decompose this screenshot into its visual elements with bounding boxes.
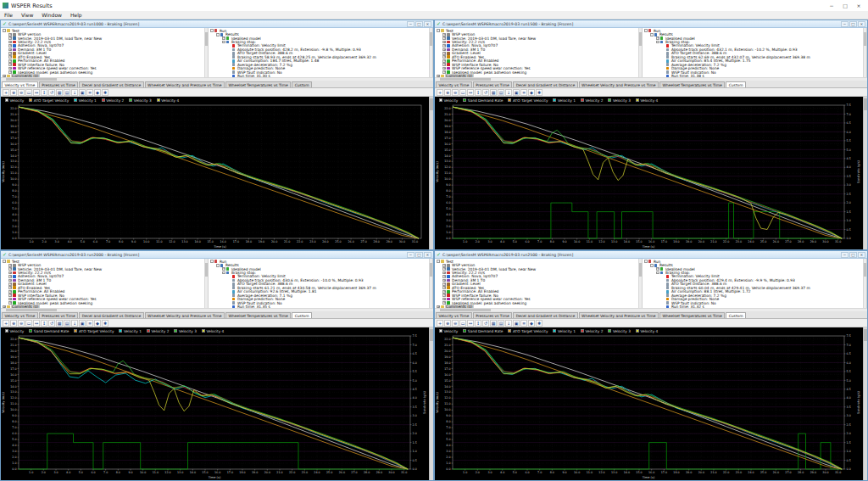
expand-icon[interactable]: + <box>8 41 12 44</box>
expand-icon[interactable]: + <box>8 48 12 52</box>
expand-icon[interactable]: + <box>8 67 12 70</box>
tab-custom[interactable]: Custom <box>726 312 746 318</box>
scrollbar-thumb[interactable] <box>639 32 642 46</box>
collapse-icon[interactable]: - <box>656 41 659 44</box>
expand-icon[interactable]: + <box>442 52 446 55</box>
child-close-button[interactable]: × <box>858 21 865 27</box>
child-minimize-button[interactable]: − <box>407 21 415 27</box>
expand-icon[interactable]: + <box>442 279 446 282</box>
expand-icon[interactable]: + <box>8 63 12 66</box>
plot-scrollbar[interactable] <box>429 327 433 480</box>
reset-zoom-icon[interactable]: ↺ <box>482 320 489 327</box>
tab-decel-and-gradient-vs-distance[interactable]: Decel and Gradient vs Distance <box>79 81 143 87</box>
child-titlebar[interactable]: ✓C:\wsper\SeriesM WSPERmacro2019-03 run1… <box>435 20 867 28</box>
scrollbar-thumb[interactable] <box>440 309 491 311</box>
tab-decel-and-gradient-vs-distance[interactable]: Decel and Gradient vs Distance <box>79 312 143 318</box>
expand-icon[interactable]: + <box>8 294 12 297</box>
expand-icon[interactable]: + <box>8 298 12 301</box>
child-titlebar[interactable]: ✓C:\wsper\SeriesM WSPERmacro2019-03 run2… <box>1 251 433 259</box>
expand-icon[interactable]: + <box>442 264 446 267</box>
expand-icon[interactable]: + <box>8 55 12 59</box>
menu-window[interactable]: Window <box>37 12 66 18</box>
scrollbar-thumb[interactable] <box>864 329 867 341</box>
zoom-x-axis-icon[interactable]: ↔ <box>467 320 474 327</box>
scrollbar-thumb[interactable] <box>430 32 432 46</box>
expand-icon[interactable]: + <box>8 44 12 48</box>
tab-wheelset-velocity-and-pressure-vs-time[interactable]: Wheelset Velocity and Pressure vs Time <box>145 81 225 87</box>
tab-wheelset-temperatures-vs-time[interactable]: Wheelset Temperatures vs Time <box>225 312 291 318</box>
tree-hscrollbar[interactable] <box>435 77 867 81</box>
tree-scrollbar[interactable] <box>638 28 642 77</box>
child-minimize-button[interactable]: − <box>841 252 849 258</box>
save-image-icon[interactable]: ↓ <box>505 89 512 96</box>
expand-icon[interactable]: + <box>442 275 446 278</box>
expand-icon[interactable]: + <box>442 36 446 40</box>
zoom-in-icon[interactable]: ⊕ <box>444 89 451 96</box>
zoom-window-icon[interactable]: ▭ <box>459 320 466 327</box>
expand-icon[interactable]: + <box>8 264 12 267</box>
tab-wheelset-velocity-and-pressure-vs-time[interactable]: Wheelset Velocity and Pressure vs Time <box>579 81 659 87</box>
scrollbar-thumb[interactable] <box>430 98 433 110</box>
toggle-grid-icon[interactable]: ▦ <box>490 89 497 96</box>
expand-icon[interactable]: + <box>442 267 446 271</box>
menu-file[interactable]: File <box>0 12 17 18</box>
expand-icon[interactable]: + <box>442 282 446 286</box>
print-icon[interactable]: ≡ <box>520 320 527 327</box>
expand-icon[interactable]: + <box>442 271 446 275</box>
scrollbar-thumb[interactable] <box>864 263 866 277</box>
expand-icon[interactable]: + <box>442 59 446 63</box>
zoom-window-icon[interactable]: ▭ <box>459 89 466 96</box>
tree-hscrollbar[interactable] <box>1 308 433 311</box>
zoom-in-icon[interactable]: ⊕ <box>10 89 17 96</box>
menu-help[interactable]: Help <box>66 12 86 18</box>
tree-scrollbar[interactable] <box>204 259 208 308</box>
expand-icon[interactable]: + <box>8 282 12 286</box>
expand-icon[interactable]: + <box>8 59 12 63</box>
expand-icon[interactable]: + <box>8 267 12 271</box>
scrollbar-thumb[interactable] <box>864 98 867 110</box>
scrollbar-thumb[interactable] <box>639 263 642 277</box>
child-titlebar[interactable]: ✓C:\wsper\SeriesM WSPERmacro2019-03 run2… <box>435 251 867 259</box>
maximize-button[interactable]: □ <box>838 1 852 10</box>
print-icon[interactable]: ≡ <box>86 320 93 327</box>
reset-zoom-icon[interactable]: ↺ <box>48 320 55 327</box>
save-image-icon[interactable]: ↓ <box>505 320 512 327</box>
zoom-out-icon[interactable]: ⊖ <box>18 320 25 327</box>
save-image-icon[interactable]: ↓ <box>71 89 78 96</box>
zoom-y-axis-icon[interactable]: ↕ <box>475 89 481 96</box>
data-table-icon[interactable]: ▤ <box>498 89 504 96</box>
child-maximize-button[interactable]: □ <box>415 21 423 27</box>
zoom-window-icon[interactable]: ▭ <box>25 89 32 96</box>
expand-icon[interactable]: + <box>222 267 225 271</box>
settings-icon[interactable]: ✱ <box>102 320 108 327</box>
tree-scrollbar[interactable] <box>429 28 432 77</box>
expand-icon[interactable]: + <box>442 44 446 48</box>
zoom-y-axis-icon[interactable]: ↕ <box>41 320 47 327</box>
toggle-grid-icon[interactable]: ▦ <box>490 320 497 327</box>
child-minimize-button[interactable]: − <box>407 252 415 258</box>
tree-scrollbar[interactable] <box>863 259 866 308</box>
scrollbar-thumb[interactable] <box>6 78 57 81</box>
child-maximize-button[interactable]: □ <box>415 252 423 258</box>
expand-icon[interactable]: + <box>656 267 659 271</box>
copy-icon[interactable]: ▣ <box>79 320 86 327</box>
tab-custom[interactable]: Custom <box>292 312 312 318</box>
scrollbar-thumb[interactable] <box>205 32 208 46</box>
save-image-icon[interactable]: ↓ <box>71 320 78 327</box>
tab-wheelset-velocity-and-pressure-vs-time[interactable]: Wheelset Velocity and Pressure vs Time <box>579 312 659 318</box>
expand-icon[interactable]: + <box>442 41 446 44</box>
expand-icon[interactable]: + <box>442 63 446 66</box>
expand-icon[interactable]: + <box>8 52 12 55</box>
zoom-y-axis-icon[interactable]: ↕ <box>41 89 47 96</box>
pan-icon[interactable]: + <box>437 89 443 96</box>
tree-hscrollbar[interactable] <box>1 77 433 81</box>
expand-icon[interactable]: + <box>222 36 225 40</box>
tab-pressures-vs-time[interactable]: Pressures vs Time <box>473 81 512 87</box>
expand-icon[interactable]: + <box>8 275 12 278</box>
scrollbar-thumb[interactable] <box>6 309 57 311</box>
collapse-icon[interactable]: - <box>216 33 220 36</box>
scrollbar-thumb[interactable] <box>430 329 433 341</box>
collapse-icon[interactable]: - <box>650 33 654 36</box>
scrollbar-thumb[interactable] <box>430 263 432 277</box>
expand-icon[interactable]: + <box>8 33 12 36</box>
